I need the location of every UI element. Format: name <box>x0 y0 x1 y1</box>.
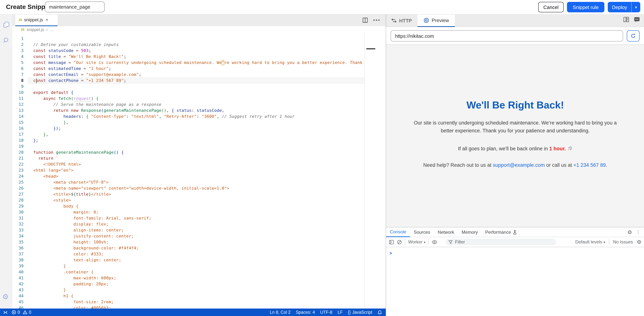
cursor-position[interactable]: Ln 8, Col 2 <box>270 310 290 314</box>
code-line[interactable]: 20function generateMaintenancePage() { <box>12 150 381 156</box>
files-icon[interactable] <box>2 21 10 29</box>
devtools-settings-icon[interactable]: ⚙ <box>627 229 632 235</box>
indentation[interactable]: Spaces: 4 <box>296 310 315 314</box>
code-line[interactable]: 3const statusCode = 503; <box>12 48 381 54</box>
preview-url-input[interactable] <box>390 30 623 42</box>
close-tab-icon[interactable]: × <box>46 17 48 23</box>
code-line[interactable]: 21 return ` <box>12 156 381 162</box>
code-line[interactable]: 40 .container { <box>12 269 381 275</box>
code-line[interactable]: 41 max-width: 600px; <box>12 275 381 281</box>
code-line[interactable]: 22 <!DOCTYPE html> <box>12 162 381 168</box>
snippet-name-input[interactable] <box>45 2 105 12</box>
code-line[interactable]: 14 headers: { "Content-Type": "text/html… <box>12 114 381 120</box>
code-text: }, <box>33 132 381 138</box>
code-line[interactable]: 2// Define your customizable inputs <box>12 42 381 48</box>
tab-sources[interactable]: Sources <box>410 227 434 237</box>
problems-indicator[interactable]: 0 0 <box>12 310 32 314</box>
encoding[interactable]: UTF-8 <box>320 310 332 314</box>
code-line[interactable]: 15 }, <box>12 120 381 126</box>
code-line[interactable]: 10export default { <box>12 90 381 96</box>
code-line[interactable]: 18}; <box>12 138 381 144</box>
console-output[interactable]: > <box>386 247 644 316</box>
code-line[interactable]: 8const contactPhone = "+1 234 567 89"; <box>12 78 381 84</box>
code-line[interactable]: 39 } <box>12 263 381 269</box>
search-icon[interactable] <box>2 37 10 44</box>
tab-performance[interactable]: Performance <box>482 227 521 237</box>
code-editor[interactable]: 12// Define your customizable inputs3con… <box>12 33 381 308</box>
code-line[interactable]: 11 async fetch(request) { <box>12 96 381 102</box>
code-line[interactable]: 17 }, <box>12 132 381 138</box>
deploy-dropdown-button[interactable]: ▾ <box>631 2 640 12</box>
code-line[interactable]: 27 <title>${title}</title> <box>12 191 381 197</box>
code-line[interactable]: 26 <meta name="viewport" content="width=… <box>12 185 381 191</box>
more-actions-icon[interactable]: ••• <box>373 17 380 23</box>
discord-chat-icon[interactable] <box>634 17 640 23</box>
code-lines[interactable]: 12// Define your customizable inputs3con… <box>12 36 381 308</box>
remote-indicator-icon[interactable] <box>3 310 8 315</box>
settings-gear-icon[interactable]: ⚙ <box>2 292 8 301</box>
code-line[interactable]: 31 font-family: Arial, sans-serif; <box>12 215 381 221</box>
code-line[interactable]: 29 body { <box>12 203 381 209</box>
code-line[interactable]: 34 justify-content: center; <box>12 233 381 239</box>
devtools-menu-icon[interactable]: ⋮ <box>636 229 641 235</box>
code-line[interactable]: 38 text-align: center; <box>12 257 381 263</box>
code-line[interactable]: 12 // Serve the maintenance page as a re… <box>12 102 381 108</box>
breadcrumb[interactable]: JS snippet.js › … <box>12 26 390 33</box>
language-mode[interactable]: {} JavaScript <box>348 310 372 314</box>
default-levels-select[interactable]: Default levels ▾ <box>575 239 605 245</box>
code-line[interactable]: 4const title = "We'll Be Right Back!"; <box>12 54 381 60</box>
code-line[interactable]: 19 <box>12 144 381 150</box>
tab-network[interactable]: Network <box>434 227 458 237</box>
console-prompt[interactable]: > <box>390 250 392 256</box>
line-number: 14 <box>12 114 24 120</box>
code-line[interactable]: 33 align-items: center; <box>12 227 381 233</box>
code-line[interactable]: 32 display: flex; <box>12 221 381 227</box>
code-line[interactable]: 36 background-color: #f4f4f4; <box>12 245 381 251</box>
tab-memory[interactable]: Memory <box>458 227 482 237</box>
code-line[interactable]: 28 <style> <box>12 197 381 203</box>
code-text: body { <box>33 203 381 209</box>
code-line[interactable]: 25 <meta charset="UTF-8"> <box>12 179 381 185</box>
code-line[interactable]: 9 <box>12 84 381 90</box>
code-line[interactable]: 42 padding: 20px; <box>12 281 381 287</box>
tab-preview[interactable]: Preview <box>418 14 455 27</box>
code-line[interactable]: 6const estimatedTime = "1 hour"; <box>12 66 381 72</box>
notifications-bell-icon[interactable] <box>378 310 382 315</box>
tab-console[interactable]: Console <box>386 227 410 237</box>
code-text: function generateMaintenancePage() { <box>33 150 381 156</box>
code-line[interactable]: 46 color: #0056b3; <box>12 305 381 308</box>
console-sidebar-icon[interactable] <box>389 239 394 244</box>
cancel-button[interactable]: Cancel <box>538 2 564 12</box>
code-line[interactable]: 45 font-size: 2rem; <box>12 299 381 305</box>
editor-scrollbar[interactable] <box>364 33 381 308</box>
eol-type[interactable]: LF <box>338 310 342 314</box>
code-line[interactable]: 7const contactEmail = "support@example.c… <box>12 72 381 78</box>
code-line[interactable]: 16 }); <box>12 126 381 132</box>
code-line[interactable]: 44 h1 { <box>12 293 381 299</box>
deploy-button[interactable]: Deploy <box>608 2 631 12</box>
console-filter-input[interactable]: Filter <box>446 239 556 245</box>
code-line[interactable]: 5const message = "Our site is currently … <box>12 60 381 66</box>
code-line[interactable]: 43 } <box>12 287 381 293</box>
console-context-select[interactable]: Worker ▾ <box>408 239 426 245</box>
code-line[interactable]: 35 height: 100vh; <box>12 239 381 245</box>
tab-http[interactable]: HTTP <box>386 14 417 27</box>
code-line[interactable]: 13 return new Response(generateMaintenan… <box>12 108 381 114</box>
phone-link[interactable]: +1 234 567 89 <box>573 162 606 168</box>
support-email-link[interactable]: support@example.com <box>493 162 545 168</box>
tab-snippet-js[interactable]: JS snippet.js × <box>15 14 58 26</box>
split-editor-icon[interactable] <box>363 18 368 23</box>
console-settings-icon[interactable]: ⚙ <box>637 239 642 245</box>
refresh-button[interactable] <box>627 30 640 42</box>
code-line[interactable]: 24 <head> <box>12 174 381 179</box>
code-line[interactable]: 23<html lang="en"> <box>12 168 381 174</box>
issues-counter[interactable]: No Issues <box>613 239 633 245</box>
clear-console-icon[interactable] <box>397 239 402 244</box>
code-line[interactable]: 30 margin: 0; <box>12 209 381 215</box>
eye-icon[interactable] <box>432 240 438 244</box>
code-line[interactable]: 37 color: #333; <box>12 251 381 257</box>
line-number: 42 <box>12 281 24 287</box>
docs-book-icon[interactable] <box>623 17 630 23</box>
code-line[interactable]: 1 <box>12 36 381 42</box>
snippet-rule-button[interactable]: Snippet rule <box>567 2 604 12</box>
